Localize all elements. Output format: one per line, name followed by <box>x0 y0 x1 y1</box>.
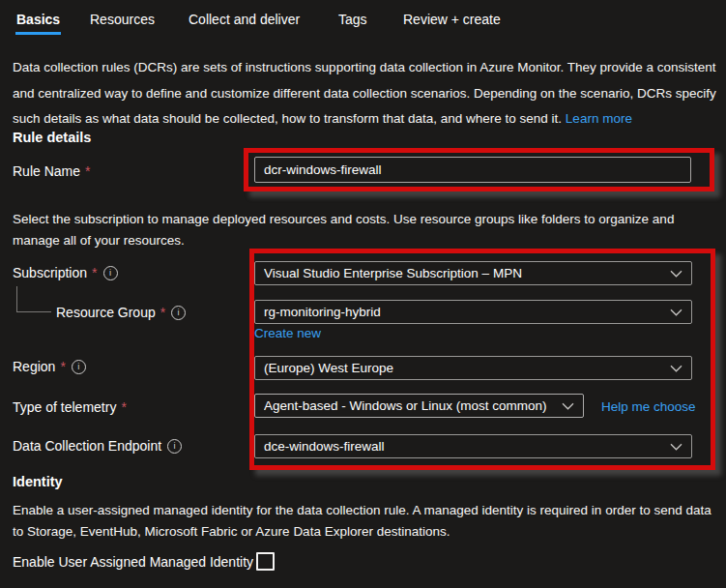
subscription-note-line1: Select the subscription to manage deploy… <box>13 209 674 230</box>
rule-name-label-text: Rule Name <box>13 163 80 179</box>
subscription-label: Subscription * i <box>13 265 118 280</box>
telemetry-type-label: Type of telemetry * <box>13 399 127 415</box>
subscription-note-line2: manage all of your resources. <box>13 230 674 251</box>
tab-resources[interactable]: Resources <box>90 12 155 27</box>
dce-label: Data Collection Endpoint i <box>13 438 182 454</box>
resource-group-connector-horizontal <box>16 311 51 312</box>
required-marker: * <box>121 399 126 415</box>
tab-basics[interactable]: Basics <box>16 12 60 27</box>
resource-group-info-icon[interactable]: i <box>171 306 186 320</box>
help-me-choose-link[interactable]: Help me choose <box>601 399 696 414</box>
resource-group-connector-vertical <box>16 286 17 311</box>
dcr-description: Data collection rules (DCRs) are sets of… <box>13 55 716 132</box>
telemetry-type-label-text: Type of telemetry <box>13 399 116 415</box>
identity-note-line1: Enable a user-assigned managed identity … <box>13 500 711 521</box>
chevron-down-icon <box>670 365 682 372</box>
chevron-down-icon <box>670 309 682 316</box>
identity-note-line2: to Storage, EventHub, Microsoft Fabric o… <box>13 521 711 543</box>
subscription-note: Select the subscription to manage deploy… <box>13 209 674 252</box>
required-marker: * <box>92 265 97 280</box>
chevron-down-icon <box>562 402 574 410</box>
tab-tags[interactable]: Tags <box>338 12 367 27</box>
region-dropdown[interactable]: (Europe) West Europe <box>254 356 692 380</box>
identity-heading: Identity <box>13 474 63 489</box>
subscription-dropdown[interactable]: Visual Studio Enterprise Subscription – … <box>254 261 692 285</box>
dcr-description-line1: Data collection rules (DCRs) are sets of… <box>13 55 716 81</box>
rule-details-heading: Rule details <box>13 130 91 145</box>
resource-group-dropdown[interactable]: rg-monitoring-hybrid <box>254 300 692 324</box>
rule-name-input[interactable] <box>254 157 691 183</box>
learn-more-link[interactable]: Learn more <box>566 111 632 126</box>
create-new-link[interactable]: Create new <box>254 326 321 340</box>
chevron-down-icon <box>670 443 682 451</box>
tab-review-create[interactable]: Review + create <box>403 12 501 27</box>
dce-info-icon[interactable]: i <box>167 439 182 454</box>
active-tab-indicator <box>15 32 61 35</box>
telemetry-type-dropdown-value: Agent-based - Windows or Linux (most com… <box>264 398 547 413</box>
telemetry-type-dropdown[interactable]: Agent-based - Windows or Linux (most com… <box>254 394 584 418</box>
dcr-description-line2: and centralized way to define and custom… <box>13 81 716 107</box>
resource-group-label-text: Resource Group <box>56 305 156 320</box>
chevron-down-icon <box>670 270 682 278</box>
enable-uami-label-text: Enable User Assigned Managed Identity <box>13 554 253 570</box>
create-dcr-basics-page: Basics Resources Collect and deliver Tag… <box>0 0 726 588</box>
required-marker: * <box>160 305 165 320</box>
dcr-description-line3-text: such details as what data should be coll… <box>13 111 562 126</box>
subscription-dropdown-value: Visual Studio Enterprise Subscription – … <box>264 266 522 280</box>
enable-uami-label: Enable User Assigned Managed Identity <box>13 554 253 570</box>
dce-label-text: Data Collection Endpoint <box>13 438 161 454</box>
rule-name-label: Rule Name * <box>13 163 90 179</box>
region-info-icon[interactable]: i <box>72 360 86 374</box>
subscription-info-icon[interactable]: i <box>103 266 118 280</box>
dce-dropdown-value: dce-windows-firewall <box>264 439 385 454</box>
region-dropdown-value: (Europe) West Europe <box>264 361 393 375</box>
required-marker: * <box>85 163 90 179</box>
enable-uami-checkbox[interactable] <box>256 552 275 571</box>
resource-group-dropdown-value: rg-monitoring-hybrid <box>264 305 381 319</box>
identity-note: Enable a user-assigned managed identity … <box>13 500 711 544</box>
dce-dropdown[interactable]: dce-windows-firewall <box>254 434 692 458</box>
resource-group-label: Resource Group * i <box>56 305 186 320</box>
dcr-description-line3: such details as what data should be coll… <box>13 106 716 132</box>
region-label-text: Region <box>13 359 55 374</box>
region-label: Region * i <box>13 359 86 374</box>
subscription-label-text: Subscription <box>13 265 87 280</box>
required-marker: * <box>60 359 65 374</box>
tab-collect-and-deliver[interactable]: Collect and deliver <box>189 12 300 27</box>
